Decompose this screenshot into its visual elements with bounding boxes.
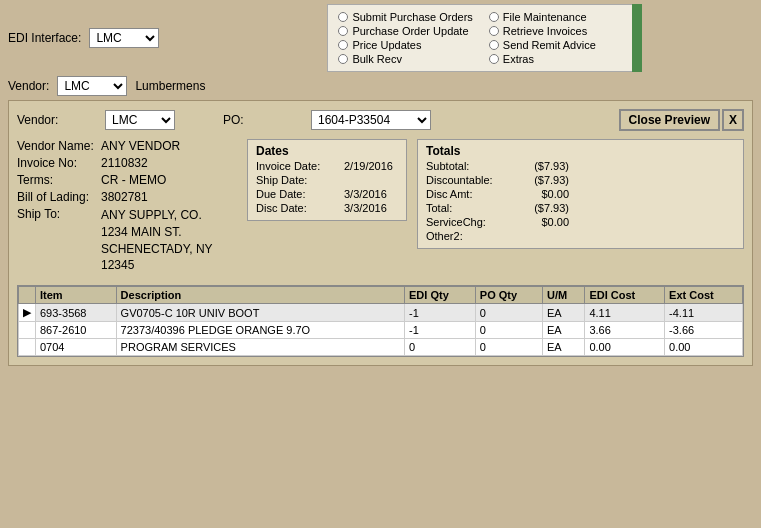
total-value: ($7.93) [519,202,569,214]
due-date-value: 3/3/2016 [344,188,387,200]
edi-interface-dropdown[interactable]: LMC [89,28,159,48]
ship-date-label: Ship Date: [256,174,336,186]
table-row[interactable]: ▶693-3568GV0705-C 10R UNIV BOOT-10EA4.11… [19,304,743,322]
vendor-name-row: Vendor Name: ANY VENDOR [17,139,237,153]
table-cell-7: 0.00 [665,339,743,356]
bill-of-lading-row: Bill of Lading: 3802781 [17,190,237,204]
terms-label: Terms: [17,173,97,187]
radio-purchase-order-update[interactable]: Purchase Order Update [338,25,472,37]
total-label: Total: [426,202,511,214]
col-po-qty: PO Qty [475,287,542,304]
vendor-po-row: Vendor: LMC PO: 1604-P33504 [17,110,431,130]
vendor-name-label: Vendor Name: [17,139,97,153]
vendor-dropdown-preview[interactable]: LMC [105,110,175,130]
table-cell-0 [19,322,36,339]
table-cell-6: 0.00 [585,339,665,356]
table-cell-4: 0 [475,339,542,356]
main-panel: Vendor: LMC PO: 1604-P33504 Close Previe… [8,100,753,366]
table-cell-5: EA [543,322,585,339]
radio-options-panel: Submit Purchase Orders File Maintenance … [327,4,634,72]
table-cell-2: 72373/40396 PLEDGE ORANGE 9.7O [116,322,404,339]
invoice-no-row: Invoice No: 2110832 [17,156,237,170]
disc-amt-value: $0.00 [519,188,569,200]
col-um: U/M [543,287,585,304]
table-cell-7: -3.66 [665,322,743,339]
other2-row: Other2: [426,230,735,242]
discountable-label: Discountable: [426,174,511,186]
ship-to-line3: SCHENECTADY, NY 12345 [101,241,237,275]
radio-send-remit-advice[interactable]: Send Remit Advice [489,39,623,51]
totals-box: Totals Subtotal: ($7.93) Discountable: (… [417,139,744,249]
ship-to-row: Ship To: ANY SUPPLY, CO. 1234 MAIN ST. S… [17,207,237,274]
table-cell-1: 693-3568 [36,304,117,322]
col-arrow [19,287,36,304]
disc-date-value: 3/3/2016 [344,202,387,214]
table-cell-0: ▶ [19,304,36,322]
close-x-button[interactable]: X [722,109,744,131]
vendor-label-preview: Vendor: [17,113,97,127]
col-description: Description [116,287,404,304]
table-cell-1: 0704 [36,339,117,356]
table-cell-2: GV0705-C 10R UNIV BOOT [116,304,404,322]
po-label-preview: PO: [223,113,303,127]
col-item: Item [36,287,117,304]
table-row[interactable]: 867-261072373/40396 PLEDGE ORANGE 9.7O-1… [19,322,743,339]
main-panel-header: Vendor: LMC PO: 1604-P33504 Close Previe… [17,109,744,131]
invoice-no-value: 2110832 [101,156,148,170]
subtotal-label: Subtotal: [426,160,511,172]
edi-interface-label: EDI Interface: [8,31,81,45]
radio-panel-wrapper: Submit Purchase Orders File Maintenance … [327,4,642,72]
table-cell-4: 0 [475,304,542,322]
table-cell-5: EA [543,304,585,322]
service-chg-row: ServiceChg: $0.00 [426,216,735,228]
green-sidebar-bar [632,4,642,72]
ship-to-label: Ship To: [17,207,97,221]
due-date-row: Due Date: 3/3/2016 [256,188,398,200]
discountable-row: Discountable: ($7.93) [426,174,735,186]
disc-amt-row: Disc Amt: $0.00 [426,188,735,200]
table-header-row: Item Description EDI Qty PO Qty U/M EDI … [19,287,743,304]
radio-bulk-recv[interactable]: Bulk Recv [338,53,472,65]
col-edi-qty: EDI Qty [405,287,476,304]
col-edi-cost: EDI Cost [585,287,665,304]
ship-date-row: Ship Date: [256,174,398,186]
invoice-date-value: 2/19/2016 [344,160,393,172]
invoice-date-label: Invoice Date: [256,160,336,172]
main-content-area: Vendor Name: ANY VENDOR Invoice No: 2110… [17,139,744,277]
table-cell-7: -4.11 [665,304,743,322]
bill-of-lading-label: Bill of Lading: [17,190,97,204]
radio-price-updates[interactable]: Price Updates [338,39,472,51]
service-chg-label: ServiceChg: [426,216,511,228]
total-row-main: Total: ($7.93) [426,202,735,214]
ship-to-line1: ANY SUPPLY, CO. [101,207,237,224]
dates-title: Dates [256,144,398,158]
po-dropdown-preview[interactable]: 1604-P33504 [311,110,431,130]
subtotal-row: Subtotal: ($7.93) [426,160,735,172]
invoice-no-label: Invoice No: [17,156,97,170]
vendor-name-value: ANY VENDOR [101,139,180,153]
ship-to-value: ANY SUPPLY, CO. 1234 MAIN ST. SCHENECTAD… [101,207,237,274]
table-cell-3: -1 [405,304,476,322]
ship-to-line2: 1234 MAIN ST. [101,224,237,241]
dates-section: Dates Invoice Date: 2/19/2016 Ship Date:… [247,139,407,277]
service-chg-value: $0.00 [519,216,569,228]
radio-file-maintenance[interactable]: File Maintenance [489,11,623,23]
table-cell-3: 0 [405,339,476,356]
left-fields-section: Vendor Name: ANY VENDOR Invoice No: 2110… [17,139,237,277]
disc-date-row: Disc Date: 3/3/2016 [256,202,398,214]
totals-title: Totals [426,144,735,158]
terms-value: CR - MEMO [101,173,166,187]
radio-submit-purchase-orders[interactable]: Submit Purchase Orders [338,11,472,23]
close-preview-button[interactable]: Close Preview [619,109,720,131]
dates-box: Dates Invoice Date: 2/19/2016 Ship Date:… [247,139,407,221]
radio-retrieve-invoices[interactable]: Retrieve Invoices [489,25,623,37]
table-cell-6: 3.66 [585,322,665,339]
vendor-label-top: Vendor: [8,79,49,93]
subtotal-value: ($7.93) [519,160,569,172]
bill-of-lading-value: 3802781 [101,190,148,204]
radio-extras[interactable]: Extras [489,53,623,65]
totals-section: Totals Subtotal: ($7.93) Discountable: (… [417,139,744,277]
vendor-dropdown-top[interactable]: LMC [57,76,127,96]
table-row[interactable]: 0704PROGRAM SERVICES00EA0.000.00 [19,339,743,356]
table-cell-2: PROGRAM SERVICES [116,339,404,356]
